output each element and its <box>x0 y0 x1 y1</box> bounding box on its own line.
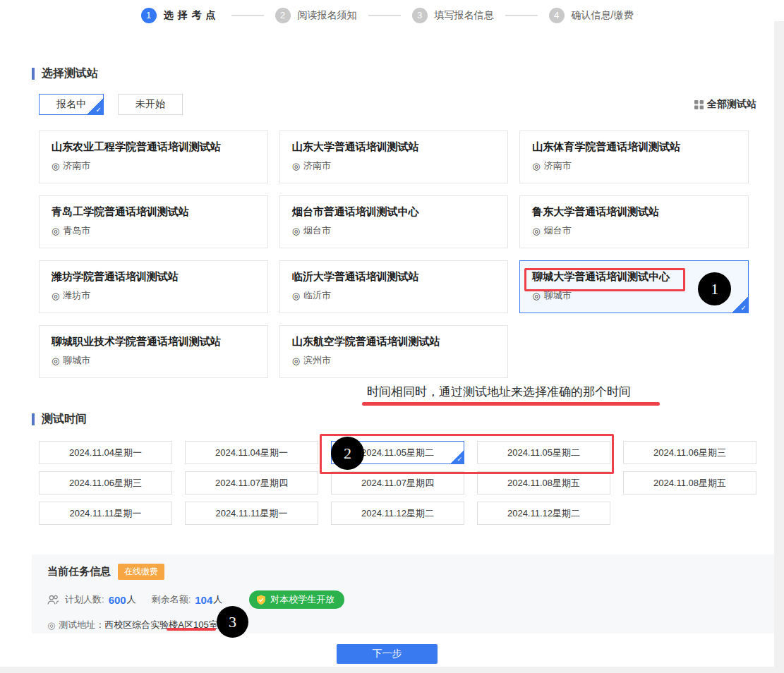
plan-count-unit: 人 <box>127 593 136 606</box>
selected-corner-check-icon: ✓ <box>451 451 464 463</box>
location-pin-icon: ◎ <box>532 161 540 171</box>
step-4-confirm-pay: 4 确认信息/缴费 <box>549 8 634 23</box>
remaining-quota-unit: 人 <box>213 593 222 606</box>
footer-bar: 下一步 <box>0 637 774 667</box>
station-card[interactable]: 山东体育学院普通话培训测试站 ◎济南市 <box>519 131 749 183</box>
plan-count-value: 600 <box>109 594 126 606</box>
section-title-text: 测试时间 <box>42 412 87 427</box>
step-3-number: 3 <box>412 8 428 23</box>
location-pin-icon: ◎ <box>292 356 300 366</box>
location-pin-icon: ◎ <box>292 226 300 236</box>
open-to-students-label: 对本校学生开放 <box>270 593 334 606</box>
location-pin-icon: ◎ <box>292 291 300 301</box>
location-pin-icon: ◎ <box>52 356 59 366</box>
right-gutter <box>774 21 784 673</box>
step-4-number: 4 <box>549 8 565 23</box>
date-button[interactable]: 2024.11.11星期一 <box>39 502 172 525</box>
people-icon <box>47 595 59 605</box>
location-pin-icon: ◎ <box>292 161 300 171</box>
location-pin-icon: ◎ <box>532 226 540 236</box>
station-city: 烟台市 <box>544 224 572 237</box>
location-pin-icon: ◎ <box>52 161 59 171</box>
all-stations-link[interactable]: 全部测试站 <box>694 98 756 111</box>
annotation-red-underline <box>167 628 216 631</box>
shield-icon <box>256 595 266 605</box>
all-stations-label: 全部测试站 <box>707 98 756 111</box>
station-card[interactable]: 山东航空学院普通话培训测试站 ◎滨州市 <box>279 325 509 378</box>
stepper: 1 选择考点 2 阅读报名须知 3 填写报名信息 4 确认信息/缴费 <box>0 0 774 25</box>
tab-not-started-label: 未开始 <box>135 98 165 111</box>
step-2-number: 2 <box>275 8 291 23</box>
station-card[interactable]: 青岛工学院普通话培训测试站 ◎青岛市 <box>39 195 268 248</box>
date-button[interactable]: 2024.11.06星期三 <box>623 441 756 464</box>
step-4-label: 确认信息/缴费 <box>572 9 634 22</box>
date-button-selected[interactable]: 2024.11.05星期二 ✓ <box>331 441 464 464</box>
step-2-label: 阅读报名须知 <box>298 9 357 22</box>
station-city: 青岛市 <box>63 224 90 237</box>
station-card[interactable]: 聊城职业技术学院普通话培训测试站 ◎聊城市 <box>39 325 268 378</box>
station-card[interactable]: 山东大学普通话培训测试站 ◎济南市 <box>279 131 509 183</box>
station-card[interactable]: 烟台市普通话培训测试中心 ◎烟台市 <box>279 195 509 248</box>
bottom-gutter <box>0 667 774 673</box>
annotation-red-underline <box>362 402 660 406</box>
station-card-selected[interactable]: 聊城大学普通话培训测试中心 ◎聊城市 1 ✓ <box>519 260 749 313</box>
section-title-times: 测试时间 <box>32 412 784 427</box>
date-button[interactable]: 2024.11.08星期五 <box>477 471 610 495</box>
remaining-quota-value: 104 <box>195 594 212 606</box>
section-title-text: 选择测试站 <box>42 66 98 81</box>
station-city: 烟台市 <box>303 224 331 237</box>
station-city: 济南市 <box>63 159 90 172</box>
step-1-label: 选择考点 <box>164 9 220 22</box>
step-2-read-notice: 2 阅读报名须知 <box>275 8 357 23</box>
section-title-stations: 选择测试站 <box>32 66 784 81</box>
selected-corner-check-icon: ✓ <box>88 99 103 114</box>
step-3-fill-info: 3 填写报名信息 <box>412 8 494 23</box>
date-button[interactable]: 2024.11.12星期二 <box>477 502 610 525</box>
station-card[interactable]: 潍坊学院普通话培训测试站 ◎潍坊市 <box>39 260 268 313</box>
step-connector <box>231 15 264 16</box>
station-grid: 山东农业工程学院普通话培训测试站 ◎济南市 山东大学普通话培训测试站 ◎济南市 … <box>39 131 749 378</box>
registration-page: 1 选择考点 2 阅读报名须知 3 填写报名信息 4 确认信息/缴费 选择测试站 <box>0 0 784 673</box>
step-3-label: 填写报名信息 <box>435 9 494 22</box>
date-button[interactable]: 2024.11.07星期四 <box>331 471 464 495</box>
grid-icon <box>694 100 704 109</box>
task-address-row: ◎ 测试地址： 西校区综合实验楼A区105室 <box>47 619 776 631</box>
location-pin-icon: ◎ <box>47 620 55 631</box>
station-filter-row: 报名中 ✓ 未开始 全部测试站 <box>39 94 756 115</box>
station-city: 潍坊市 <box>63 289 90 302</box>
annotation-note: 时间相同时，通过测试地址来选择准确的那个时间 <box>32 378 784 412</box>
station-city: 临沂市 <box>303 289 331 302</box>
section-bar <box>32 413 35 425</box>
station-card[interactable]: 鲁东大学普通话培训测试站 ◎烟台市 <box>519 195 749 248</box>
date-button[interactable]: 2024.11.04星期一 <box>185 441 318 464</box>
date-label: 2024.11.05星期二 <box>361 447 434 459</box>
step-1-select-site: 1 选择考点 <box>141 8 220 23</box>
date-button[interactable]: 2024.11.07星期四 <box>185 471 318 495</box>
address-label: 测试地址： <box>59 619 104 631</box>
date-button[interactable]: 2024.11.06星期三 <box>39 471 172 495</box>
selected-corner-check-icon: ✓ <box>732 297 748 313</box>
date-button[interactable]: 2024.11.08星期五 <box>623 471 756 495</box>
tab-registering[interactable]: 报名中 ✓ <box>39 94 104 115</box>
date-button[interactable]: 2024.11.04星期一 <box>39 441 172 464</box>
step-connector <box>368 15 401 16</box>
station-card[interactable]: 临沂大学普通话培训测试站 ◎临沂市 <box>279 260 509 313</box>
date-button[interactable]: 2024.11.12星期二 <box>331 502 464 525</box>
task-info-panel: 当前任务信息 在线缴费 计划人数: 600 人 剩余名额: 104 人 对本校学… <box>32 554 776 633</box>
station-city: 聊城市 <box>544 289 572 302</box>
location-pin-icon: ◎ <box>52 291 59 301</box>
station-city: 济南市 <box>303 159 331 172</box>
station-card[interactable]: 山东农业工程学院普通话培训测试站 ◎济南市 <box>39 131 268 183</box>
tab-not-started[interactable]: 未开始 <box>118 94 183 115</box>
location-pin-icon: ◎ <box>52 226 59 236</box>
location-pin-icon: ◎ <box>532 291 540 301</box>
section-bar <box>32 68 35 80</box>
date-grid: 2024.11.04星期一 2024.11.04星期一 2024.11.05星期… <box>39 441 756 525</box>
date-button[interactable]: 2024.11.11星期一 <box>185 502 318 525</box>
next-step-button[interactable]: 下一步 <box>337 644 438 664</box>
station-status-tabs: 报名中 ✓ 未开始 <box>39 94 197 115</box>
step-connector <box>505 15 538 16</box>
task-stats-row: 计划人数: 600 人 剩余名额: 104 人 对本校学生开放 <box>47 590 776 609</box>
date-button[interactable]: 2024.11.05星期二 <box>477 441 610 464</box>
remaining-quota-label: 剩余名额: <box>152 593 191 606</box>
